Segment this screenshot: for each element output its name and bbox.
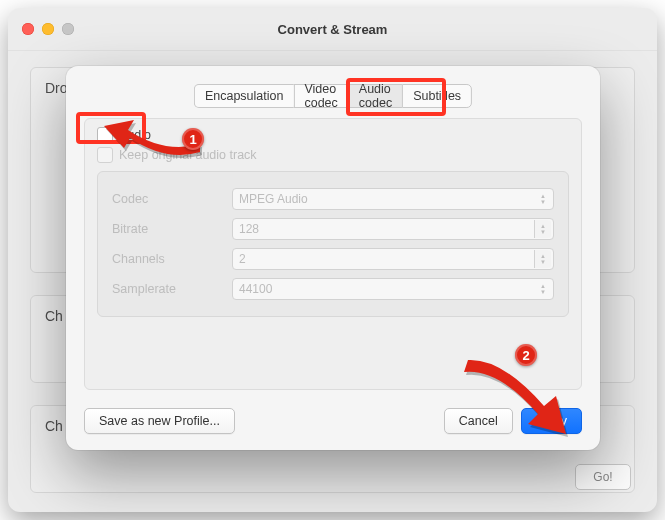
- samplerate-row: Samplerate 44100 ▲▼: [112, 274, 554, 304]
- tab-label: Subtitles: [413, 89, 461, 103]
- samplerate-select: 44100 ▲▼: [232, 278, 554, 300]
- bitrate-value: 128: [239, 222, 259, 236]
- button-label: Save as new Profile...: [99, 414, 220, 428]
- tab-video-codec[interactable]: Video codec: [293, 84, 347, 108]
- channels-value: 2: [239, 252, 246, 266]
- keep-original-row: Keep original audio track: [97, 147, 569, 163]
- bitrate-stepper: 128 ▲▼: [232, 218, 554, 240]
- stepper-arrows-icon: ▲▼: [534, 250, 551, 268]
- audio-checkbox[interactable]: [97, 127, 113, 143]
- destination-group-label: Ch: [45, 418, 63, 434]
- dropdown-arrows-icon: ▲▼: [535, 190, 551, 208]
- tab-label: Encapsulation: [205, 89, 284, 103]
- codec-tabs: Encapsulation Video codec Audio codec Su…: [194, 84, 472, 108]
- audio-enable-row[interactable]: Audio: [97, 127, 569, 143]
- samplerate-label: Samplerate: [112, 282, 232, 296]
- channels-row: Channels 2 ▲▼: [112, 244, 554, 274]
- bitrate-row: Bitrate 128 ▲▼: [112, 214, 554, 244]
- sheet-footer: Save as new Profile... Cancel Apply: [84, 408, 582, 434]
- apply-button[interactable]: Apply: [521, 408, 582, 434]
- stepper-arrows-icon: ▲▼: [534, 220, 551, 238]
- go-button[interactable]: Go!: [575, 464, 631, 490]
- audio-panel: Audio Keep original audio track Codec MP…: [84, 118, 582, 390]
- audio-settings-panel: Codec MPEG Audio ▲▼ Bitrate 128 ▲▼: [97, 171, 569, 317]
- button-label: Cancel: [459, 414, 498, 428]
- profile-edit-sheet: Encapsulation Video codec Audio codec Su…: [66, 66, 600, 450]
- window-title: Convert & Stream: [8, 22, 657, 37]
- bitrate-label: Bitrate: [112, 222, 232, 236]
- tab-subtitles[interactable]: Subtitles: [402, 84, 472, 108]
- tab-encapsulation[interactable]: Encapsulation: [194, 84, 294, 108]
- keep-original-checkbox: [97, 147, 113, 163]
- tab-label: Video codec: [304, 82, 337, 110]
- channels-label: Channels: [112, 252, 232, 266]
- titlebar: Convert & Stream: [8, 8, 657, 51]
- save-profile-button[interactable]: Save as new Profile...: [84, 408, 235, 434]
- codec-row: Codec MPEG Audio ▲▼: [112, 184, 554, 214]
- tab-label: Audio codec: [359, 82, 392, 110]
- button-label: Apply: [536, 414, 567, 428]
- tab-audio-codec[interactable]: Audio codec: [348, 84, 402, 108]
- profile-group-label: Ch: [45, 308, 63, 324]
- samplerate-value: 44100: [239, 282, 272, 296]
- dropdown-arrows-icon: ▲▼: [535, 280, 551, 298]
- codec-value: MPEG Audio: [239, 192, 308, 206]
- audio-checkbox-label: Audio: [119, 128, 151, 142]
- channels-stepper: 2 ▲▼: [232, 248, 554, 270]
- go-button-label: Go!: [593, 470, 612, 484]
- codec-select: MPEG Audio ▲▼: [232, 188, 554, 210]
- keep-original-label: Keep original audio track: [119, 148, 257, 162]
- codec-label: Codec: [112, 192, 232, 206]
- cancel-button[interactable]: Cancel: [444, 408, 513, 434]
